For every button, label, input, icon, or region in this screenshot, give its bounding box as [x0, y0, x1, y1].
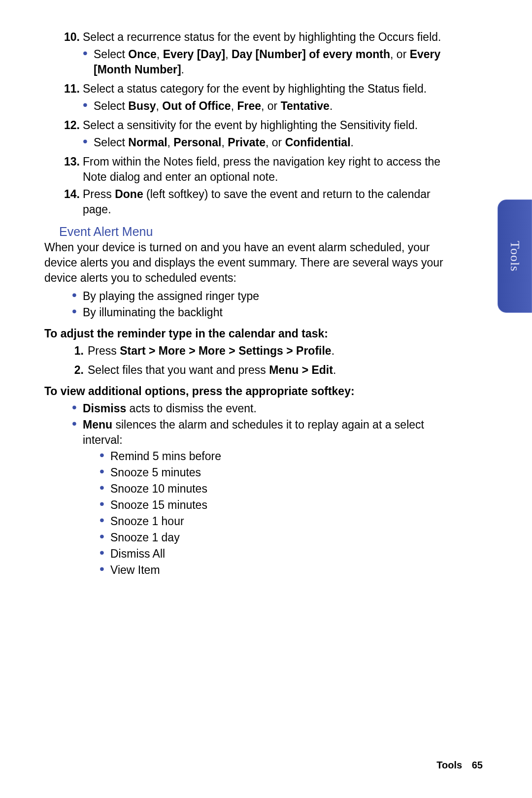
nested-bullet: •View Item — [100, 563, 443, 578]
step-number: 12. — [59, 118, 80, 133]
bullet-icon: • — [100, 530, 110, 545]
step-text: Select files that you want and press Men… — [88, 363, 443, 378]
bullet-icon: • — [100, 465, 110, 480]
step-text: Press Start > More > More > Settings > P… — [88, 343, 443, 359]
bullet-icon: • — [100, 498, 110, 513]
intro-paragraph: When your device is turned on and you ha… — [44, 240, 443, 286]
bullet-icon: • — [72, 401, 83, 416]
bullet-text: View Item — [110, 563, 443, 578]
step-number: 10. — [59, 30, 80, 45]
bullet-text: By playing the assigned ringer type — [83, 289, 443, 304]
step-14: 14. Press Done (left softkey) to save th… — [59, 187, 443, 217]
step-11-bullet: • Select Busy, Out of Office, Free, or T… — [83, 99, 443, 114]
view-bullet-dismiss: • Dismiss acts to dismiss the event. — [72, 401, 443, 416]
bullet-text: Select Once, Every [Day], Day [Number] o… — [94, 47, 443, 77]
bullet-text: Select Busy, Out of Office, Free, or Ten… — [94, 99, 443, 114]
nested-bullet: •Remind 5 mins before — [100, 449, 443, 464]
bullet-icon: • — [83, 135, 94, 150]
step-number: 2. — [69, 363, 84, 378]
bullet-text: Snooze 15 minutes — [110, 498, 443, 513]
view-options-heading: To view additional options, press the ap… — [44, 385, 443, 398]
nested-bullet: •Snooze 1 hour — [100, 514, 443, 529]
section-title-event-alert: Event Alert Menu — [59, 225, 443, 239]
step-number: 1. — [69, 343, 84, 359]
step-number: 11. — [59, 81, 80, 97]
view-bullet-menu: • Menu silences the alarm and schedules … — [72, 417, 443, 448]
step-number: 13. — [59, 154, 80, 185]
adjust-step-1: 1. Press Start > More > More > Settings … — [69, 343, 443, 359]
bullet-icon: • — [72, 289, 83, 304]
bullet-text: Dismiss acts to dismiss the event. — [83, 401, 443, 416]
nested-bullet: •Snooze 10 minutes — [100, 481, 443, 497]
nested-bullet: •Snooze 15 minutes — [100, 498, 443, 513]
step-11: 11. Select a status category for the eve… — [59, 81, 443, 97]
footer-section: Tools — [436, 760, 462, 770]
step-text: Select a sensitivity for the event by hi… — [83, 118, 443, 133]
nested-bullet: •Snooze 1 day — [100, 530, 443, 545]
bullet-text: Snooze 10 minutes — [110, 481, 443, 497]
step-10: 10. Select a recurrence status for the e… — [59, 30, 443, 45]
step-number: 14. — [59, 187, 80, 217]
bullet-text: By illuminating the backlight — [83, 305, 443, 320]
bullet-text: Menu silences the alarm and schedules it… — [83, 417, 443, 448]
page-content: 10. Select a recurrence status for the e… — [0, 0, 532, 608]
step-12-bullet: • Select Normal, Personal, Private, or C… — [83, 135, 443, 150]
page-footer: Tools 65 — [436, 760, 483, 771]
bullet-icon: • — [83, 47, 94, 77]
nested-bullet: •Snooze 5 minutes — [100, 465, 443, 480]
footer-page-number: 65 — [472, 760, 483, 770]
adjust-step-2: 2. Select files that you want and press … — [69, 363, 443, 378]
bullet-text: Snooze 1 hour — [110, 514, 443, 529]
intro-bullet-1: • By playing the assigned ringer type — [72, 289, 443, 304]
step-10-bullet: • Select Once, Every [Day], Day [Number]… — [83, 47, 443, 77]
intro-bullet-2: • By illuminating the backlight — [72, 305, 443, 320]
nested-bullet: •Dismiss All — [100, 546, 443, 562]
bullet-icon: • — [100, 546, 110, 562]
bullet-icon: • — [100, 514, 110, 529]
bullet-icon: • — [100, 481, 110, 497]
adjust-reminder-heading: To adjust the reminder type in the calen… — [44, 327, 443, 340]
step-text: Select a recurrence status for the event… — [83, 30, 443, 45]
bullet-icon: • — [72, 305, 83, 320]
bullet-text: Snooze 5 minutes — [110, 465, 443, 480]
step-text: Select a status category for the event b… — [83, 81, 443, 97]
step-text: Press Done (left softkey) to save the ev… — [83, 187, 443, 217]
bullet-text: Dismiss All — [110, 546, 443, 562]
bullet-icon: • — [83, 99, 94, 114]
step-text: From within the Notes field, press the n… — [83, 154, 443, 185]
bullet-icon: • — [100, 449, 110, 464]
bullet-icon: • — [100, 563, 110, 578]
bullet-icon: • — [72, 417, 83, 448]
bullet-text: Remind 5 mins before — [110, 449, 443, 464]
step-12: 12. Select a sensitivity for the event b… — [59, 118, 443, 133]
bullet-text: Select Normal, Personal, Private, or Con… — [94, 135, 443, 150]
bullet-text: Snooze 1 day — [110, 530, 443, 545]
step-13: 13. From within the Notes field, press t… — [59, 154, 443, 185]
